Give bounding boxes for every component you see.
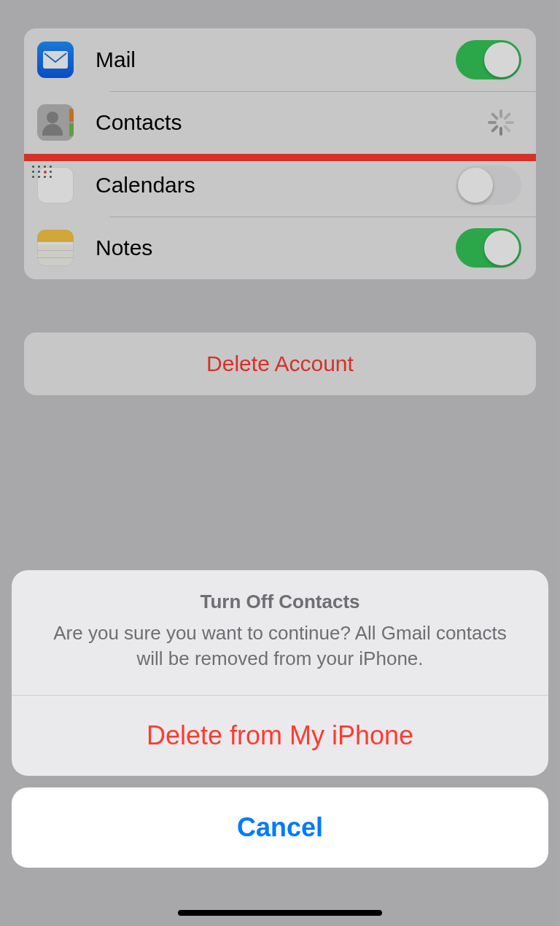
contacts-label: Contacts (96, 110, 486, 135)
account-services-group: Mail Contacts (24, 28, 536, 279)
mail-icon (37, 42, 74, 78)
delete-account-label: Delete Account (206, 351, 354, 376)
notes-row: Notes (24, 217, 536, 279)
notes-icon (37, 230, 74, 266)
contacts-row: Contacts (24, 91, 536, 154)
delete-from-iphone-button[interactable]: Delete from My iPhone (12, 696, 548, 776)
action-sheet: Turn Off Contacts Are you sure you want … (12, 570, 548, 868)
mail-label: Mail (96, 47, 456, 72)
action-sheet-title: Turn Off Contacts (41, 591, 519, 613)
calendars-row: Calendars (24, 154, 536, 217)
calendar-icon (37, 167, 74, 203)
action-sheet-header: Turn Off Contacts Are you sure you want … (12, 570, 548, 695)
mail-row: Mail (24, 28, 536, 91)
mail-toggle[interactable] (456, 40, 521, 79)
notes-toggle[interactable] (456, 228, 521, 268)
action-sheet-message: Are you sure you want to continue? All G… (41, 620, 519, 672)
svg-rect-0 (43, 51, 68, 69)
loading-spinner-icon (486, 108, 516, 137)
action-sheet-body: Turn Off Contacts Are you sure you want … (12, 570, 548, 776)
home-indicator[interactable] (178, 910, 382, 916)
calendars-toggle[interactable] (456, 166, 521, 205)
notes-label: Notes (96, 236, 456, 260)
delete-account-button[interactable]: Delete Account (24, 332, 536, 395)
contacts-icon (37, 104, 74, 141)
cancel-button[interactable]: Cancel (12, 787, 548, 868)
